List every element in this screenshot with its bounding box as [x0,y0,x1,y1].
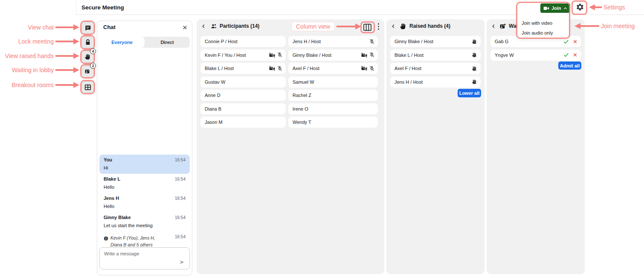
hand-small-icon [472,52,477,58]
mic-off-icon [369,52,374,58]
tab-direct[interactable]: Direct [145,37,190,48]
admit-all-button[interactable]: Admit all [558,61,581,70]
participant-name: Wendy T [293,117,311,128]
chat-message: You16:54Hi [99,155,190,174]
message-time: 16:54 [175,234,186,239]
admit-check-icon[interactable] [563,53,569,57]
participant-row[interactable]: Connie P / Host [200,36,286,47]
participant-status-icons [269,50,282,61]
annotation-join-meeting: Join meeting [574,23,635,29]
chat-panel-title: Chat [103,21,116,33]
sidebar-item-breakout-rooms-highlight [80,80,95,94]
participant-row[interactable]: Gustav W [200,76,286,88]
participant-name: Diana B [205,103,221,114]
settings-button[interactable] [572,1,587,15]
camera-off-icon [361,66,367,71]
mic-off-icon [277,66,282,71]
participant-row[interactable]: Kevin F / You / Host [200,50,286,61]
message-input[interactable] [100,248,189,269]
participant-name: Anne D [205,90,220,101]
annotation-breakout-rooms: Breakout rooms [0,82,79,88]
gear-icon [575,3,584,13]
participants-panel: Participants (14) Connie P / HostKevin F… [197,19,384,274]
menu-item-join-audio-only[interactable]: Join audio only [522,29,566,36]
back-chevron-icon[interactable] [391,23,396,31]
participant-row[interactable]: Diana B [200,103,286,114]
info-icon [104,235,108,243]
lower-all-button[interactable]: Lower all [458,89,481,97]
chevron-up-icon [563,7,567,10]
message-time: 16:54 [175,215,186,220]
lobby-icon [499,23,507,32]
participant-row[interactable]: Jens H / Host [288,36,378,47]
raised-hand-row[interactable]: Axel F / Host [390,63,481,74]
participant-name: Ginny Blake / Host [395,36,433,47]
people-icon [210,23,218,32]
badge-raised-hands: 4 [90,48,96,54]
lobby-actions [563,50,577,61]
participant-status-icons [369,36,374,47]
sidebar-item-chat-highlight [80,20,95,35]
raised-hand-row[interactable]: Blake L / Host [390,50,481,61]
message-sender: Jens H [104,196,186,201]
chat-message: Blake L16:54Hello [99,174,190,193]
join-button[interactable]: Join [540,3,570,13]
lobby-row[interactable]: Yngve W [490,50,581,61]
participant-name: Gustav W [205,76,225,88]
message-time: 16:54 [175,196,186,201]
menu-item-join-with-video[interactable]: Join with video [522,20,566,26]
close-icon[interactable] [182,24,188,32]
sidebar-item-lock[interactable] [81,36,94,48]
raised-hand-icon [400,23,407,32]
lobby-guest-name: Gab G [495,36,508,47]
reject-x-icon[interactable] [573,53,577,57]
participant-name: Connie P / Host [205,36,238,47]
message-sender: You [104,157,186,162]
participant-name: Ginny Blake / Host [293,50,331,61]
tab-everyone[interactable]: Everyone [99,37,145,48]
back-chevron-icon[interactable] [201,23,206,31]
participant-row[interactable]: Wendy T [288,117,378,128]
participant-row[interactable]: Irene O [288,103,378,114]
camera-off-icon [269,53,275,58]
lock-icon [85,39,91,46]
raised-hand-status [472,63,477,74]
sidebar-item-raised-hands-highlight: 4 [80,50,95,64]
chat-message-list: You16:54HiBlake L16:54HelloJens H16:54He… [99,155,190,259]
chat-icon [84,25,91,31]
lobby-icon [84,68,91,75]
sidebar-item-chat[interactable] [81,22,94,34]
chat-panel: Chat Everyone Direct You16:54HiBlake L16… [97,20,192,275]
raised-hand-status [472,50,477,61]
column-view-button[interactable] [363,23,372,33]
page-title: Secure Meeting [81,0,124,15]
participant-row[interactable]: Axel F / Host [288,63,378,74]
annotation-view-chat: View chat [0,24,79,31]
raised-hand-icon [84,53,91,60]
sidebar-item-breakout-rooms[interactable] [81,81,94,93]
raised-hand-row[interactable]: Jens H / Host [390,76,481,88]
raised-hands-header: Raised hands (4) [386,19,484,33]
send-icon[interactable] [179,259,186,267]
hand-small-icon [472,79,477,85]
participant-row[interactable]: Samuel W [288,76,378,88]
admit-check-icon[interactable] [563,39,569,44]
participant-name: Irene O [293,103,308,114]
participant-row[interactable]: Rachel Z [288,90,378,101]
participant-row[interactable]: Blake L / Host [200,63,286,74]
reject-x-icon[interactable] [573,39,577,44]
camera-off-icon [361,53,367,58]
participant-name: Samuel W [293,76,314,88]
annotation-view-raised-hands: View raised hands [0,53,79,59]
back-chevron-icon[interactable] [491,23,496,31]
participant-row[interactable]: Ginny Blake / Host [288,50,378,61]
mic-off-icon [369,66,374,71]
raised-hand-row[interactable]: Ginny Blake / Host [390,36,481,47]
lobby-panel: Waiting in lobby (2) Gab GYngve W Admit … [487,19,585,274]
participant-row[interactable]: Anne D [200,90,286,101]
participant-row[interactable]: Jason M [200,117,286,128]
kebab-menu-icon[interactable] [377,23,380,32]
participant-name: Jens H / Host [395,76,423,88]
hand-small-icon [472,39,477,44]
annotation-lock-meeting: Lock meeting [0,38,79,45]
